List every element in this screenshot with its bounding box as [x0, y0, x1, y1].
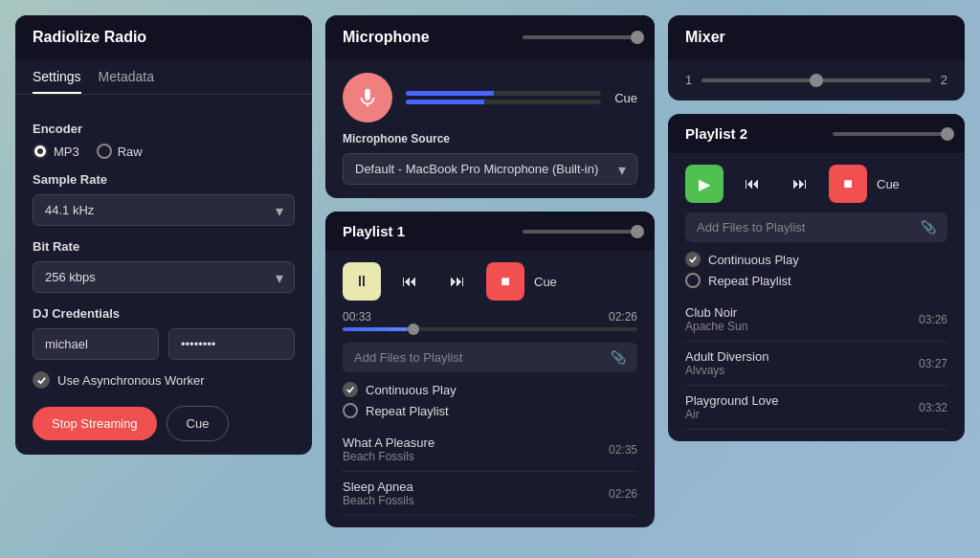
playlist1-progress-bar[interactable]	[343, 327, 637, 331]
repeat-playlist-check-1	[343, 403, 358, 418]
bit-rate-wrapper: 256 kbps 128 kbps 320 kbps	[33, 261, 295, 293]
playlist1-pause-button[interactable]: ⏸	[343, 262, 381, 301]
async-worker-check[interactable]	[33, 371, 50, 389]
mic-source-select[interactable]: Default - MacBook Pro Microphone (Built-…	[343, 153, 637, 185]
track-item[interactable]: Club Noir Apache Sun 03:26	[685, 298, 947, 342]
playlist2-body: ▶ ⏮ ⏭ ■ Cue Add Files to Playlist 📎 Cont…	[668, 153, 965, 441]
mic-slider-track	[523, 35, 637, 39]
playlist1-options: Continuous Play Repeat Playlist	[343, 382, 637, 418]
playlist2-play-button[interactable]: ▶	[685, 165, 724, 203]
encoder-label: Encoder	[33, 122, 295, 136]
encoder-raw-option[interactable]: Raw	[97, 144, 143, 159]
encoder-raw-radio[interactable]	[97, 144, 112, 159]
middle-column: Microphone Cue Microphone	[325, 15, 655, 527]
async-worker-row: Use Asynchronous Worker	[33, 371, 295, 389]
track-item[interactable]: Playground Love Air 03:32	[685, 386, 947, 430]
username-field[interactable]	[33, 328, 159, 360]
playlist1-track-list: What A Pleasure Beach Fossils 02:35 Slee…	[343, 428, 637, 516]
continuous-play-check-1	[343, 382, 358, 397]
app-title: Radiolize Radio	[15, 15, 312, 59]
playlist2-cue-label: Cue	[877, 177, 900, 191]
stop-streaming-button[interactable]: Stop Streaming	[33, 407, 157, 440]
dj-credentials-label: DJ Credentials	[33, 306, 295, 321]
bit-rate-label: Bit Rate	[33, 239, 295, 254]
playlist1-add-files[interactable]: Add Files to Playlist 📎	[343, 343, 637, 372]
track-item[interactable]: Adult Diversion Alvvays 03:27	[685, 342, 947, 386]
playlist1-header: Playlist 1	[325, 212, 655, 251]
playlist1-next-button[interactable]: ⏭	[438, 262, 477, 301]
playlist2-next-button[interactable]: ⏭	[781, 165, 819, 203]
mixer-min-label: 1	[685, 73, 692, 87]
playlist2-title: Playlist 2	[685, 125, 747, 142]
pl1-slider-track	[523, 230, 637, 234]
track-item[interactable]: What A Pleasure Beach Fossils 02:35	[343, 428, 637, 472]
mixer-thumb	[810, 74, 823, 87]
bit-rate-select[interactable]: 256 kbps 128 kbps 320 kbps	[33, 261, 295, 293]
mixer-slider[interactable]	[702, 78, 931, 82]
repeat-playlist-check-2	[685, 273, 701, 288]
pl2-slider-thumb	[941, 127, 954, 141]
microphone-header: Microphone	[325, 15, 655, 59]
mic-level-bar-2	[406, 100, 601, 104]
playlist2-attach-icon: 📎	[921, 220, 936, 234]
check-icon	[345, 385, 355, 394]
mixer-panel: Mixer 1 2	[668, 15, 965, 100]
mic-controls-row: Cue	[343, 73, 637, 123]
playlist2-repeat[interactable]: Repeat Playlist	[685, 273, 947, 288]
sample-rate-select[interactable]: 44.1 kHz 48 kHz 22.05 kHz	[33, 194, 295, 226]
playlist1-stop-button[interactable]: ■	[486, 262, 524, 301]
tab-metadata[interactable]: Metadata	[99, 69, 154, 94]
playlist1-time-row: 00:33 02:26	[343, 310, 637, 324]
playlist1-total-time: 02:26	[609, 310, 637, 324]
checkmark-icon	[36, 375, 47, 386]
playlist2-options: Continuous Play Repeat Playlist	[685, 252, 947, 288]
mic-level-bars	[406, 91, 601, 104]
pl2-slider-track	[833, 132, 947, 136]
pl1-slider-thumb	[631, 225, 644, 238]
microphone-body: Cue Microphone Source Default - MacBook …	[325, 59, 655, 198]
playlist1-progress-thumb	[408, 324, 419, 335]
cue-button-left[interactable]: Cue	[167, 406, 230, 441]
microphone-volume-slider[interactable]	[523, 35, 637, 39]
left-panel: Radiolize Radio Settings Metadata Encode…	[15, 15, 312, 455]
playlist1-title: Playlist 1	[343, 223, 405, 239]
playlist1-cue-label: Cue	[534, 275, 557, 289]
right-column: Mixer 1 2 Playlist 2 ▶ ⏮ ⏭ ■ Cue	[668, 15, 965, 441]
playlist1-prev-button[interactable]: ⏮	[390, 262, 429, 301]
mixer-title: Mixer	[668, 15, 965, 59]
settings-body: Encoder MP3 Raw Sample Rate 44.1 kHz 48 …	[15, 95, 312, 455]
mic-source-wrapper: Default - MacBook Pro Microphone (Built-…	[343, 153, 637, 185]
settings-tabs: Settings Metadata	[15, 59, 312, 95]
microphone-panel: Microphone Cue Microphone	[325, 15, 655, 198]
mixer-max-label: 2	[941, 73, 947, 87]
playlist1-panel: Playlist 1 ⏸ ⏮ ⏭ ■ Cue 00:33 02:26	[325, 212, 655, 527]
mic-source-label: Microphone Source	[343, 132, 637, 145]
tab-settings[interactable]: Settings	[33, 69, 81, 94]
playlist1-repeat[interactable]: Repeat Playlist	[343, 403, 637, 418]
sample-rate-label: Sample Rate	[33, 172, 295, 187]
password-field[interactable]	[168, 328, 295, 360]
microphone-icon	[357, 87, 378, 108]
mic-level-bar-1	[406, 91, 601, 96]
playlist1-body: ⏸ ⏮ ⏭ ■ Cue 00:33 02:26 Add Files to Pla…	[325, 251, 655, 527]
playlist1-transport: ⏸ ⏮ ⏭ ■ Cue	[343, 262, 637, 301]
playlist2-volume-slider[interactable]	[833, 132, 947, 136]
playlist1-continuous-play[interactable]: Continuous Play	[343, 382, 637, 397]
encoder-options: MP3 Raw	[33, 144, 295, 159]
playlist2-prev-button[interactable]: ⏮	[733, 165, 771, 203]
playlist2-add-files[interactable]: Add Files to Playlist 📎	[685, 212, 947, 242]
track-item[interactable]: Sleep Apnea Beach Fossils 02:26	[343, 472, 637, 516]
playlist2-continuous-play[interactable]: Continuous Play	[685, 252, 947, 267]
playlist2-transport: ▶ ⏮ ⏭ ■ Cue	[685, 165, 947, 203]
check-icon-2	[688, 255, 698, 264]
playlist1-volume-slider[interactable]	[523, 230, 637, 234]
encoder-mp3-radio[interactable]	[33, 144, 48, 159]
playlist2-track-list: Club Noir Apache Sun 03:26 Adult Diversi…	[685, 298, 947, 430]
playlist2-panel: Playlist 2 ▶ ⏮ ⏭ ■ Cue Add Files to Play…	[668, 114, 965, 441]
playlist2-stop-button[interactable]: ■	[829, 165, 867, 203]
playlist1-current-time: 00:33	[343, 310, 371, 324]
microphone-title: Microphone	[343, 29, 430, 46]
microphone-button[interactable]	[343, 73, 392, 123]
encoder-mp3-option[interactable]: MP3	[33, 144, 79, 159]
mic-slider-thumb	[631, 31, 644, 44]
